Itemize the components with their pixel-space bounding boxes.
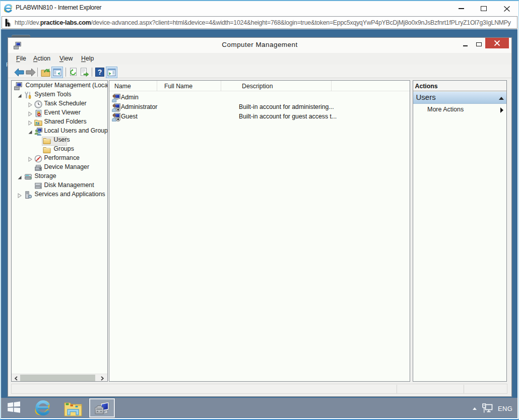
- svg-text:?: ?: [98, 68, 102, 76]
